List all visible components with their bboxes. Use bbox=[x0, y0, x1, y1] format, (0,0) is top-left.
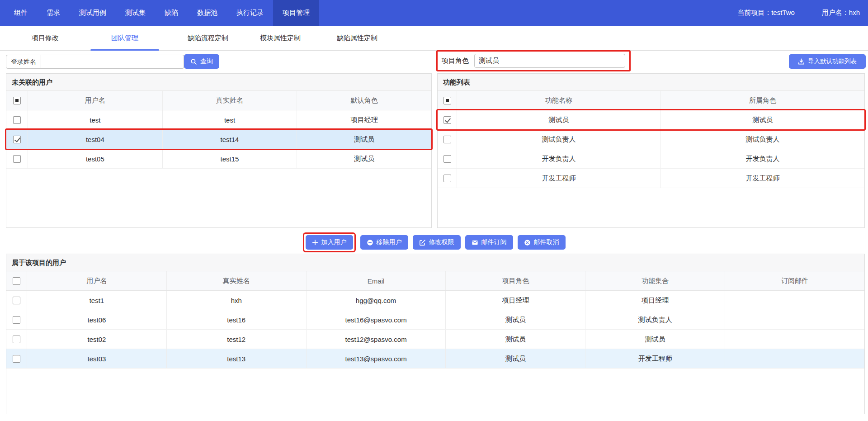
project-users-header: 用户名 真实姓名 Email 项目角色 功能集合 订阅邮件 bbox=[6, 271, 864, 291]
column-header-default-role: 默认角色 bbox=[297, 91, 431, 110]
nav-item-test-cases[interactable]: 测试用例 bbox=[70, 0, 116, 26]
project-users-title: 属于该项目的用户 bbox=[6, 254, 864, 271]
top-navbar: 组件 需求 测试用例 测试集 缺陷 数据池 执行记录 项目管理 当前项目：tes… bbox=[0, 0, 868, 26]
cell-username: test06 bbox=[27, 310, 166, 329]
cell-feature-name: 测试负责人 bbox=[457, 130, 660, 149]
table-row[interactable]: 测试负责人 测试负责人 bbox=[438, 130, 864, 149]
table-row-selected[interactable]: 测试员 测试员 bbox=[438, 110, 864, 130]
cell-default-role: 测试员 bbox=[297, 149, 431, 168]
cell-username: test04 bbox=[28, 130, 162, 149]
cell-username: test05 bbox=[28, 149, 162, 168]
cell-email: test13@spasvo.com bbox=[306, 349, 446, 368]
column-header-username: 用户名 bbox=[27, 271, 166, 290]
checkbox-cell bbox=[6, 149, 28, 168]
cell-realname: test15 bbox=[162, 149, 297, 168]
table-row[interactable]: test05 test15 测试员 bbox=[6, 149, 431, 169]
query-button[interactable]: 查询 bbox=[184, 54, 219, 69]
row-checkbox[interactable] bbox=[443, 175, 451, 182]
cell-owner-role: 开发负责人 bbox=[660, 149, 864, 168]
select-all-checkbox[interactable] bbox=[13, 97, 21, 104]
nav-item-requirements[interactable]: 需求 bbox=[37, 0, 70, 26]
mail-cancel-button[interactable]: 邮件取消 bbox=[518, 235, 566, 250]
row-checkbox[interactable] bbox=[13, 355, 20, 363]
cell-owner-role: 开发工程师 bbox=[660, 169, 864, 188]
tab-team-management[interactable]: 团队管理 bbox=[111, 26, 138, 51]
login-name-label: 登录姓名 bbox=[6, 55, 41, 69]
cell-username: test1 bbox=[27, 291, 166, 310]
table-row[interactable]: test06 test16 test16@spasvo.com 测试员 测试负责… bbox=[6, 310, 864, 330]
mail-icon bbox=[472, 239, 478, 246]
table-row[interactable]: 开发工程师 开发工程师 bbox=[438, 169, 864, 188]
column-header-realname: 真实姓名 bbox=[166, 271, 306, 290]
cell-project-role: 测试员 bbox=[445, 349, 585, 368]
checkbox-cell bbox=[438, 169, 457, 188]
column-header-subscribe-mail: 订阅邮件 bbox=[725, 271, 864, 290]
nav-item-execution-records[interactable]: 执行记录 bbox=[227, 0, 273, 26]
login-name-input[interactable] bbox=[41, 55, 184, 69]
cell-feature-name: 开发工程师 bbox=[457, 169, 660, 188]
table-row[interactable]: 开发负责人 开发负责人 bbox=[438, 149, 864, 169]
table-row-highlighted[interactable]: test03 test13 test13@spasvo.com 测试员 开发工程… bbox=[6, 349, 864, 369]
row-checkbox[interactable] bbox=[13, 136, 21, 143]
cell-realname: test14 bbox=[162, 130, 297, 149]
table-row[interactable]: test1 hxh hgg@qq.com 项目经理 项目经理 bbox=[6, 291, 864, 310]
table-row[interactable]: test test 项目经理 bbox=[6, 110, 431, 130]
row-checkbox[interactable] bbox=[13, 155, 21, 163]
table-row[interactable]: test02 test12 test12@spasvo.com 测试员 测试员 bbox=[6, 330, 864, 349]
row-checkbox[interactable] bbox=[13, 116, 21, 124]
mail-subscribe-label: 邮件订阅 bbox=[481, 238, 507, 246]
feature-list-panel: 功能列表 功能名称 所属角色 测试员 测试员 测试负责人 测试负责人 开发负责人… bbox=[437, 73, 865, 228]
tab-module-attributes[interactable]: 模块属性定制 bbox=[260, 26, 301, 51]
cell-default-role: 项目经理 bbox=[297, 110, 431, 129]
tab-defect-workflow[interactable]: 缺陷流程定制 bbox=[188, 26, 228, 51]
column-header-feature-set: 功能集合 bbox=[585, 271, 725, 290]
nav-item-components[interactable]: 组件 bbox=[5, 0, 37, 26]
table-row-selected[interactable]: test04 test14 测试员 bbox=[6, 130, 431, 149]
import-default-features-button[interactable]: 导入默认功能列表 bbox=[789, 54, 866, 69]
cell-feature-set: 开发工程师 bbox=[585, 349, 725, 368]
unlinked-users-title: 未关联的用户 bbox=[6, 74, 431, 91]
cell-feature-name: 测试员 bbox=[457, 110, 660, 129]
cell-realname: hxh bbox=[166, 291, 306, 310]
checkbox-cell bbox=[6, 330, 27, 349]
tab-project-edit[interactable]: 项目修改 bbox=[32, 26, 59, 51]
row-checkbox[interactable] bbox=[13, 297, 20, 304]
project-role-input[interactable] bbox=[474, 54, 625, 68]
tab-defect-attributes[interactable]: 缺陷属性定制 bbox=[337, 26, 377, 51]
nav-item-data-pool[interactable]: 数据池 bbox=[188, 0, 227, 26]
select-all-checkbox[interactable] bbox=[13, 277, 20, 285]
navbar-right: 当前项目：testTwo 用户名：hxh bbox=[737, 0, 868, 26]
nav-item-test-sets[interactable]: 测试集 bbox=[116, 0, 155, 26]
import-button-label: 导入默认功能列表 bbox=[808, 57, 857, 66]
modify-permission-button[interactable]: 修改权限 bbox=[413, 235, 461, 250]
cell-email: test16@spasvo.com bbox=[306, 310, 446, 329]
add-user-label: 加入用户 bbox=[321, 238, 347, 246]
cell-feature-set: 测试员 bbox=[585, 330, 725, 349]
row-checkbox[interactable] bbox=[443, 136, 451, 143]
row-checkbox[interactable] bbox=[13, 336, 20, 343]
checkbox-cell bbox=[6, 291, 27, 310]
search-icon bbox=[190, 58, 197, 65]
tab-bar: 项目修改 团队管理 缺陷流程定制 模块属性定制 缺陷属性定制 bbox=[0, 26, 868, 51]
current-project-label: 当前项目：testTwo bbox=[737, 9, 795, 17]
feature-list-title: 功能列表 bbox=[438, 74, 864, 91]
header-checkbox-cell bbox=[438, 91, 457, 110]
query-button-label: 查询 bbox=[200, 57, 213, 66]
cell-project-role: 测试员 bbox=[445, 330, 585, 349]
checkbox-cell bbox=[6, 130, 28, 149]
row-checkbox[interactable] bbox=[443, 116, 451, 124]
mail-cancel-label: 邮件取消 bbox=[534, 238, 559, 246]
add-user-button[interactable]: 加入用户 bbox=[306, 235, 353, 250]
feature-list-header: 功能名称 所属角色 bbox=[438, 91, 864, 110]
mail-subscribe-button[interactable]: 邮件订阅 bbox=[465, 235, 513, 250]
login-name-search-group: 登录姓名 bbox=[6, 55, 184, 69]
checkbox-cell bbox=[6, 349, 27, 368]
row-checkbox[interactable] bbox=[443, 155, 451, 163]
row-checkbox[interactable] bbox=[13, 316, 20, 324]
select-all-checkbox[interactable] bbox=[443, 97, 451, 104]
page: 组件 需求 测试用例 测试集 缺陷 数据池 执行记录 项目管理 当前项目：tes… bbox=[0, 0, 868, 421]
remove-user-button[interactable]: 移除用户 bbox=[360, 235, 408, 250]
nav-item-project-management[interactable]: 项目管理 bbox=[273, 0, 319, 26]
cell-project-role: 项目经理 bbox=[445, 291, 585, 310]
nav-item-defects[interactable]: 缺陷 bbox=[155, 0, 188, 26]
